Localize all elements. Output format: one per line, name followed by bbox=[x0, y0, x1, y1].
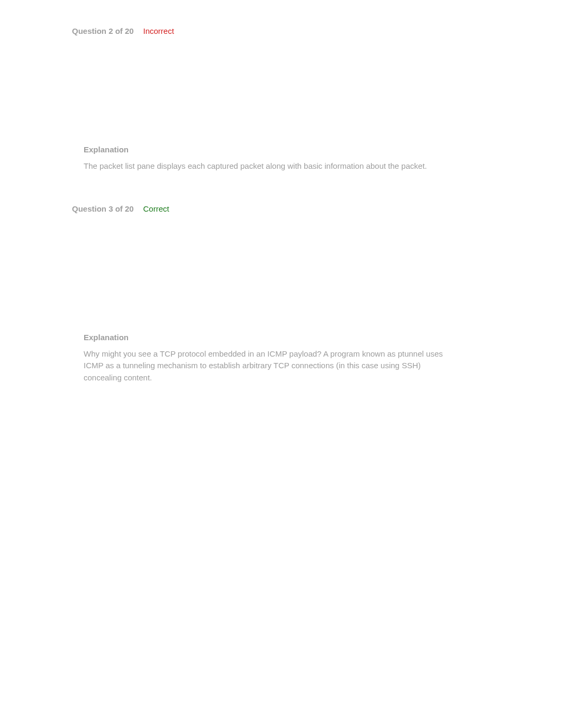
question-block-2: Question 2 of 20 Incorrect Explanation T… bbox=[72, 26, 490, 172]
status-correct: Correct bbox=[143, 204, 169, 213]
explanation-text: The packet list pane displays each captu… bbox=[84, 160, 458, 172]
explanation-title: Explanation bbox=[84, 145, 458, 154]
document-content: Question 2 of 20 Incorrect Explanation T… bbox=[0, 0, 562, 384]
question-header-row: Question 3 of 20 Correct bbox=[72, 204, 490, 214]
question-body-placeholder bbox=[72, 214, 490, 333]
question-block-3: Question 3 of 20 Correct Explanation Why… bbox=[72, 204, 490, 384]
question-number: Question 3 of 20 bbox=[72, 204, 134, 213]
question-body-placeholder bbox=[72, 36, 490, 145]
question-number: Question 2 of 20 bbox=[72, 26, 134, 35]
explanation-text: Why might you see a TCP protocol embedde… bbox=[84, 348, 458, 384]
explanation-section: Explanation Why might you see a TCP prot… bbox=[72, 333, 490, 384]
explanation-title: Explanation bbox=[84, 333, 458, 342]
status-incorrect: Incorrect bbox=[143, 26, 174, 35]
explanation-section: Explanation The packet list pane display… bbox=[72, 145, 490, 172]
question-header-row: Question 2 of 20 Incorrect bbox=[72, 26, 490, 36]
